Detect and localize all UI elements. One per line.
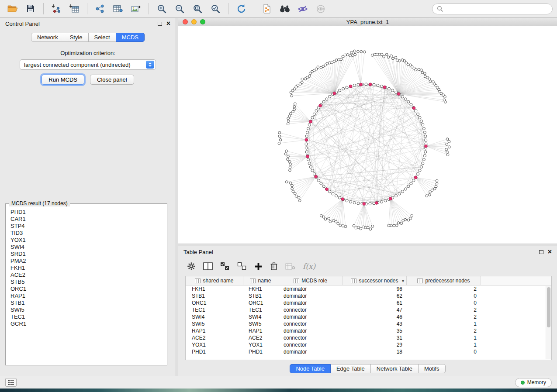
result-node-item[interactable]: SRD1 [10,251,166,258]
column-header[interactable]: shared name [186,276,243,285]
table-scrollbar[interactable] [546,286,551,359]
result-node-item[interactable]: ACE2 [10,272,166,279]
zoom-out-button[interactable] [171,2,188,16]
search-box[interactable] [432,3,553,14]
import-table-button[interactable] [66,2,83,16]
result-node-item[interactable]: ORC1 [10,285,166,292]
sort-indicator-icon[interactable]: ▾ [402,279,404,283]
zoom-selected-button[interactable] [207,2,224,16]
delete-column-button[interactable] [270,262,278,271]
result-node-item[interactable]: PMA2 [10,258,166,265]
table-row[interactable]: STB1STB1dominator620 [186,292,551,299]
network-canvas[interactable] [178,26,557,244]
result-node-item[interactable]: SWI5 [10,306,166,313]
tab-network[interactable]: Network [31,33,64,42]
table-row[interactable]: YOX1YOX1connector291 [186,341,551,348]
share-document-button[interactable] [259,2,275,16]
new-network-button[interactable] [92,2,108,16]
table-row[interactable]: PHD1PHD1dominator180 [186,348,551,355]
save-session-button[interactable] [22,2,39,16]
maximize-window-icon[interactable] [200,19,205,24]
hide-selected-button[interactable] [294,2,311,16]
float-table-panel-icon[interactable] [539,250,543,254]
table-cell: RAP1 [186,328,243,334]
table-cell: SWI4 [186,314,243,320]
run-mcds-button[interactable]: Run MCDS [42,75,84,85]
column-header[interactable]: name [243,276,278,285]
plus-icon [254,262,263,271]
import-table-icon [69,4,80,14]
main-area: Control Panel × NetworkStyleSelectMCDS O… [0,18,557,376]
network-window-titlebar[interactable]: YPA_prune.txt_1 [178,18,557,26]
result-node-item[interactable]: SWI4 [10,244,166,251]
result-node-item[interactable]: PHD1 [10,209,166,216]
minimize-window-icon[interactable] [191,19,197,24]
tab-mcds[interactable]: MCDS [116,33,145,42]
panel-menu-button[interactable] [5,378,17,387]
result-node-item[interactable]: RAP1 [10,292,166,299]
result-node-item[interactable]: STB1 [10,299,166,306]
criterion-dropdown[interactable]: largest connected component (undirected) [20,59,156,70]
result-node-item[interactable]: TEC1 [10,313,166,320]
table-cell: ACE2 [243,335,278,341]
result-node-item[interactable]: FKH1 [10,265,166,272]
tab-node-table[interactable]: Node Table [290,364,331,373]
column-header[interactable]: predecessor nodes [407,276,481,285]
mcds-result-list[interactable]: PHD1CAR1STP4TID3YOX1SWI4SRD1PMA2FKH1ACE2… [6,204,166,364]
search-input[interactable] [446,6,548,12]
table-body: FKH1FKH1dominator962STB1STB1dominator620… [186,285,551,355]
tab-network-table[interactable]: Network Table [371,364,419,373]
close-table-panel-icon[interactable]: × [548,249,552,254]
table-row[interactable]: ACE2ACE2connector311 [186,334,551,341]
select-all-button[interactable] [220,262,230,271]
import-network-icon [51,4,62,14]
float-panel-icon[interactable] [158,22,162,26]
refresh-button[interactable] [233,2,249,16]
show-table-button[interactable] [110,2,126,16]
table-cell: connector [278,335,343,341]
table-row[interactable]: SWI5SWI5connector431 [186,320,551,327]
import-network-button[interactable] [48,2,65,16]
table-settings-button[interactable] [187,262,196,271]
result-node-item[interactable]: CAR1 [10,216,166,223]
column-header[interactable]: successor nodes▾ [343,276,407,285]
tab-style[interactable]: Style [64,33,89,42]
zoom-fit-button[interactable] [189,2,206,16]
save-icon [26,4,35,13]
zoom-out-icon [175,4,185,14]
export-image-button[interactable] [128,2,144,16]
scrollbar-thumb[interactable] [547,287,550,327]
tab-edge-table[interactable]: Edge Table [331,364,371,373]
table-row[interactable]: TEC1TEC1connector472 [186,306,551,313]
memory-button[interactable]: Memory [515,378,552,387]
close-panel-button[interactable]: Close panel [90,75,134,85]
close-control-panel-icon[interactable]: × [166,21,170,26]
close-window-icon[interactable] [183,19,188,24]
table-row[interactable]: RAP1RAP1dominator352 [186,327,551,334]
result-node-item[interactable]: YOX1 [10,237,166,244]
table-cell: connector [278,342,343,348]
add-column-button[interactable] [254,262,263,271]
table-row[interactable]: ORC1ORC1dominator610 [186,299,551,306]
zoom-in-button[interactable] [153,2,170,16]
open-session-button[interactable] [4,2,21,16]
show-columns-button[interactable] [203,262,213,270]
binoculars-icon [279,4,291,13]
deselect-all-button[interactable] [237,262,247,271]
show-all-button[interactable] [312,2,329,16]
tab-motifs[interactable]: Motifs [419,364,446,373]
result-node-item[interactable]: STP4 [10,223,166,230]
table-clear-icon [285,263,295,270]
result-node-item[interactable]: TID3 [10,230,166,237]
table-row[interactable]: SWI4SWI4dominator462 [186,313,551,320]
table-row[interactable]: FKH1FKH1dominator962 [186,285,551,292]
clear-table-button[interactable] [285,263,295,270]
search-network-button[interactable] [277,2,293,16]
result-node-item[interactable]: STB5 [10,279,166,285]
column-header[interactable]: MCDS role [278,276,343,285]
tab-select[interactable]: Select [89,33,116,42]
result-node-item[interactable]: GCR1 [10,320,166,327]
column-label: MCDS role [301,278,327,284]
function-builder-button[interactable]: f(x) [303,262,315,271]
column-label: shared name [203,278,233,284]
